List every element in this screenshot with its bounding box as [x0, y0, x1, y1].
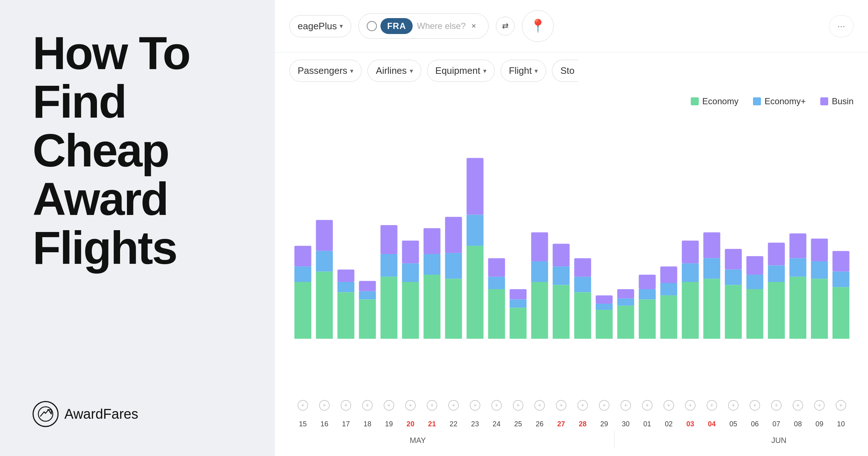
svg-rect-10	[359, 281, 376, 291]
svg-text:+: +	[301, 402, 305, 408]
legend-economy-plus: Economy+	[753, 96, 806, 106]
svg-rect-16	[402, 241, 419, 263]
svg-text:JUN: JUN	[771, 436, 787, 445]
economy-plus-legend-label: Economy+	[765, 96, 806, 106]
svg-text:+: +	[732, 402, 735, 408]
svg-rect-69	[768, 282, 785, 339]
brand-award: Award	[64, 406, 103, 422]
svg-rect-46	[617, 289, 634, 299]
location-icon: 📍	[530, 18, 546, 34]
svg-text:08: 08	[794, 420, 802, 428]
svg-text:+: +	[559, 402, 563, 408]
origin-circle-icon	[367, 21, 377, 31]
search-bar: FRA Where else? ×	[358, 13, 489, 39]
svg-rect-20	[424, 254, 441, 275]
month-axis-svg: MAYJUN	[289, 431, 854, 449]
hero-title-line2: Cheap Award	[33, 124, 169, 225]
svg-text:28: 28	[579, 420, 587, 428]
svg-rect-29	[488, 277, 505, 289]
svg-rect-55	[682, 241, 699, 263]
svg-text:+: +	[344, 402, 348, 408]
svg-rect-54	[660, 295, 677, 339]
program-selector[interactable]: eagePlus ▾	[289, 15, 351, 37]
svg-text:09: 09	[816, 420, 824, 428]
svg-text:+: +	[387, 402, 391, 408]
flight-chevron-icon: ▾	[535, 67, 538, 75]
origin-badge[interactable]: FRA	[380, 18, 412, 34]
svg-text:+: +	[667, 402, 671, 408]
right-panel: eagePlus ▾ FRA Where else? × ⇄ 📍 ··· Pas…	[275, 0, 868, 456]
svg-rect-40	[574, 258, 591, 276]
svg-text:+: +	[818, 402, 821, 408]
business-color-dot	[820, 97, 828, 105]
svg-text:01: 01	[643, 420, 651, 428]
svg-text:+: +	[796, 402, 800, 408]
svg-rect-23	[445, 253, 462, 279]
airlines-filter[interactable]: Airlines ▾	[367, 60, 421, 82]
clear-button[interactable]: ×	[471, 21, 476, 31]
svg-text:05: 05	[729, 420, 737, 428]
svg-text:15: 15	[299, 420, 307, 428]
date-labels-row: 1516171819202122232425262728293001020304…	[289, 416, 854, 431]
svg-rect-7	[337, 270, 354, 282]
extra-pill[interactable]: ···	[829, 15, 854, 37]
svg-rect-17	[402, 263, 419, 282]
svg-rect-48	[617, 306, 634, 339]
svg-text:17: 17	[342, 420, 350, 428]
svg-rect-67	[768, 243, 785, 266]
svg-text:19: 19	[385, 420, 393, 428]
svg-rect-9	[337, 292, 354, 339]
svg-rect-65	[746, 275, 763, 289]
svg-rect-60	[703, 279, 720, 339]
program-chevron-icon: ▾	[340, 22, 343, 30]
svg-rect-61	[725, 249, 742, 270]
business-legend-label: Busin	[832, 96, 854, 106]
svg-rect-52	[660, 266, 677, 283]
extra-label: ···	[837, 21, 845, 32]
svg-text:16: 16	[320, 420, 328, 428]
chart-area: Economy Economy+ Busin +++++++++++++++++…	[275, 89, 868, 456]
swap-icon: ⇄	[502, 21, 509, 31]
swap-button[interactable]: ⇄	[496, 17, 515, 35]
svg-rect-15	[380, 277, 397, 339]
logo-icon	[33, 401, 59, 427]
svg-rect-56	[682, 263, 699, 282]
brand-name: AwardFares	[64, 406, 138, 422]
svg-text:+: +	[516, 402, 520, 408]
passengers-filter[interactable]: Passengers ▾	[289, 60, 362, 82]
svg-text:+: +	[710, 402, 714, 408]
legend-economy: Economy	[691, 96, 739, 106]
svg-rect-26	[467, 215, 484, 246]
svg-rect-12	[359, 300, 376, 339]
svg-rect-64	[746, 256, 763, 275]
svg-rect-22	[445, 217, 462, 253]
location-button[interactable]: 📍	[522, 10, 554, 42]
svg-rect-8	[337, 282, 354, 292]
destination-input[interactable]: Where else?	[417, 21, 466, 31]
svg-rect-33	[510, 308, 527, 339]
equipment-filter[interactable]: Equipment ▾	[427, 60, 495, 82]
flight-filter[interactable]: Flight ▾	[501, 60, 546, 82]
svg-rect-2	[294, 266, 311, 282]
economy-legend-label: Economy	[702, 96, 739, 106]
stops-filter[interactable]: Sto	[552, 60, 578, 82]
hero-title: How To Find Cheap Award Flights	[33, 29, 246, 272]
svg-rect-59	[703, 258, 720, 279]
svg-rect-75	[811, 279, 828, 339]
svg-text:+: +	[603, 402, 606, 408]
svg-rect-73	[811, 238, 828, 261]
svg-text:07: 07	[773, 420, 780, 428]
svg-rect-5	[316, 251, 333, 271]
svg-rect-57	[682, 282, 699, 339]
svg-text:24: 24	[493, 420, 501, 428]
svg-rect-78	[833, 287, 850, 339]
svg-rect-36	[531, 282, 548, 339]
logo-area: AwardFares	[33, 401, 246, 427]
svg-rect-3	[294, 282, 311, 339]
svg-text:MAY: MAY	[410, 436, 426, 445]
legend-business: Busin	[820, 96, 854, 106]
svg-rect-76	[833, 251, 850, 271]
svg-text:06: 06	[751, 420, 759, 428]
svg-text:29: 29	[600, 420, 608, 428]
svg-rect-4	[316, 220, 333, 251]
